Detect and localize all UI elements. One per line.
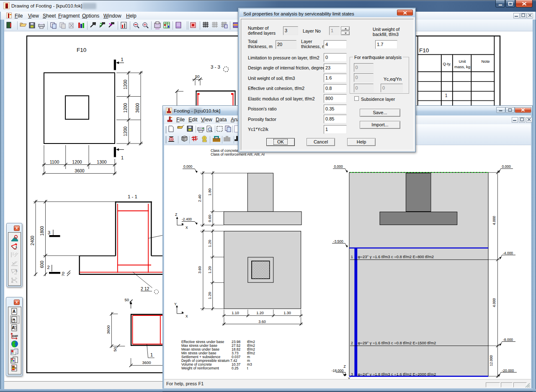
svg-text:1: 1 (121, 155, 124, 160)
svg-text:1.20: 1.20 (208, 292, 212, 300)
svg-text:3 - 3: 3 - 3 (211, 64, 220, 69)
svg-text:F10: F10 (419, 47, 429, 54)
svg-text:1.30: 1.30 (283, 311, 291, 315)
svg-text:3.60: 3.60 (258, 320, 266, 324)
svg-text:2: 2 (47, 265, 50, 270)
svg-text:F10: F10 (77, 47, 86, 53)
svg-text:Q-ty.: Q-ty. (443, 61, 451, 66)
svg-text:1: 1 (15, 246, 17, 249)
svg-text:-20.000: -20.000 (502, 369, 514, 373)
svg-text:Y: Y (174, 302, 177, 306)
svg-text:1.20: 1.20 (208, 266, 212, 274)
svg-text:3: 3 (48, 230, 50, 235)
svg-text:φ=24° γ =1.8 tf/m3 c =1.6 tf/m: φ=24° γ =1.8 tf/m3 c =1.6 tf/m2 E=2000 t… (358, 372, 436, 377)
svg-text:1.20: 1.20 (208, 240, 212, 247)
svg-text:Class of reinforcement AIII, A: Class of reinforcement AIII, AIII, AI (211, 152, 265, 156)
svg-text:-8.000: -8.000 (503, 338, 513, 342)
svg-text:50: 50 (195, 74, 200, 79)
svg-text:0.000: 0.000 (502, 164, 511, 169)
svg-text:1.20: 1.20 (256, 311, 264, 315)
svg-text:2400: 2400 (30, 236, 35, 246)
svg-text:3600: 3600 (75, 168, 85, 173)
svg-text:Note: Note (482, 59, 490, 64)
svg-text:1200: 1200 (123, 79, 128, 90)
svg-text:3.60: 3.60 (198, 266, 202, 274)
svg-text:2 12: 2 12 (141, 286, 149, 291)
svg-text:1100: 1100 (50, 159, 59, 164)
svg-text:4.000: 4.000 (492, 216, 496, 225)
svg-text:-18.000: -18.000 (332, 369, 344, 373)
svg-text:0.000: 0.000 (334, 164, 343, 169)
svg-text:1300: 1300 (97, 159, 107, 164)
svg-text:1: 1 (121, 57, 124, 62)
svg-text:mass, kg: mass, kg (454, 64, 470, 69)
svg-text:1.10: 1.10 (232, 311, 239, 315)
svg-text:2: 2 (351, 341, 353, 345)
svg-text:A: A (13, 309, 15, 314)
svg-text:DXF: DXF (12, 335, 18, 338)
svg-text:-2.400: -2.400 (182, 217, 192, 221)
svg-text:3: 3 (351, 372, 353, 377)
svg-text:600: 600 (39, 261, 44, 268)
svg-text:70: 70 (61, 272, 65, 277)
svg-text:X: X (186, 225, 188, 230)
svg-text:Z: Z (175, 213, 177, 217)
svg-text:4.000: 4.000 (492, 298, 496, 307)
svg-text:1200: 1200 (123, 103, 128, 113)
svg-text:1: 1 (150, 352, 153, 357)
svg-text:Weight of reinforcement: Weight of reinforcement (181, 366, 219, 370)
svg-text:50: 50 (113, 347, 117, 352)
svg-text:Y: Y (348, 377, 350, 379)
svg-text:X: X (186, 314, 188, 318)
svg-text:φ=23° γ =1.6 tf/m3 c =0.8 tf/m: φ=23° γ =1.6 tf/m3 c =0.8 tf/m2 E=800 tf… (358, 255, 434, 259)
svg-text:Z: Z (344, 364, 346, 369)
svg-text:1: 1 (445, 93, 448, 98)
svg-text:1800: 1800 (39, 226, 44, 236)
svg-text:0.25: 0.25 (232, 366, 239, 370)
svg-text:0.60: 0.60 (208, 215, 212, 222)
svg-text:1 - 1: 1 - 1 (128, 194, 137, 199)
svg-text:φ=29° γ =1.6 tf/m3 c =0.8 tf/m: φ=29° γ =1.6 tf/m3 c =0.8 tf/m2 E=1500 t… (358, 341, 436, 345)
svg-text:1200: 1200 (123, 126, 128, 136)
svg-text:1200: 1200 (72, 159, 82, 164)
svg-text:0.000: 0.000 (183, 164, 193, 169)
svg-text:1: 1 (351, 255, 353, 259)
svg-text:1: 1 (16, 269, 18, 272)
svg-text:3600: 3600 (135, 103, 140, 113)
svg-text:1.80: 1.80 (208, 188, 212, 196)
svg-text:2.40: 2.40 (198, 195, 202, 202)
svg-text:3600: 3600 (106, 325, 111, 334)
svg-text:-4.000: -4.000 (503, 251, 513, 255)
svg-text:-3.500: -3.500 (333, 239, 343, 243)
svg-text:t: t (247, 366, 248, 370)
svg-text:12.000: 12.000 (489, 355, 493, 366)
svg-text:Unit: Unit (459, 59, 466, 64)
svg-text:50: 50 (125, 297, 129, 302)
svg-text:3600: 3600 (142, 360, 151, 365)
